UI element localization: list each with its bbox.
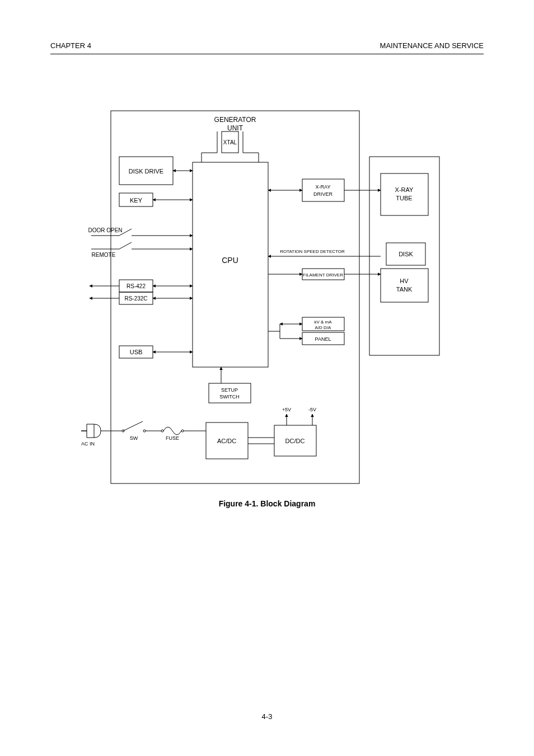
- key-label: KEY: [130, 197, 143, 204]
- panel-label: PANEL: [315, 336, 331, 342]
- filament-driver-label: FILAMENT DRIVER: [303, 273, 343, 278]
- fuse-label: FUSE: [166, 435, 179, 441]
- dc-dc-label: DC/DC: [285, 438, 305, 444]
- svg-point-33: [181, 430, 184, 432]
- hv-tank-box: [381, 269, 428, 302]
- page-number: 4-3: [262, 712, 273, 721]
- page: CHAPTER 4 MAINTENANCE AND SERVICE GENERA…: [0, 0, 534, 756]
- ac-dc-label: AC/DC: [217, 438, 236, 444]
- xray-tube-label-1: X-RAY: [395, 186, 414, 193]
- figure-caption-prefix: Figure 4-1.: [219, 499, 259, 508]
- disk-label: DISK: [399, 251, 413, 257]
- setup-switch-label-2: SWITCH: [219, 394, 240, 400]
- kv-ma-label-1: kV & mA: [314, 320, 332, 325]
- rotation-speed-label: ROTATION SPEED DETECTOR: [280, 249, 345, 254]
- hv-tank-label-2: TANK: [396, 286, 413, 293]
- chapter-title: MAINTENANCE AND SERVICE: [380, 41, 484, 50]
- xray-driver-label-1: X-RAY: [316, 184, 331, 190]
- generator-unit-title-2: UNIT: [227, 124, 243, 132]
- svg-line-12: [119, 242, 132, 249]
- rs422-label: RS-422: [127, 283, 146, 289]
- svg-line-29: [123, 421, 143, 431]
- setup-switch-box: [209, 383, 251, 403]
- door-open-label: DOOR OPEN: [88, 227, 122, 233]
- plus5v-label: +5V: [282, 407, 291, 412]
- usb-label: USB: [130, 349, 143, 355]
- setup-switch-label-1: SETUP: [221, 387, 238, 393]
- minus5v-label: -5V: [308, 407, 316, 412]
- disk-drive-label: DISK DRIVE: [129, 168, 163, 175]
- rs232c-label: RS-232C: [124, 295, 147, 302]
- xray-driver-box: [302, 179, 344, 201]
- kv-ma-label-2: A/D D/A: [315, 325, 332, 330]
- hv-tank-label-1: HV: [400, 278, 409, 284]
- sw-label: SW: [130, 435, 138, 441]
- remote-label: REMOTE: [92, 252, 116, 258]
- cpu-label: CPU: [222, 256, 238, 265]
- xray-driver-label-2: DRIVER: [313, 191, 333, 197]
- xtal-label: XTAL: [223, 139, 237, 145]
- generator-unit-title-1: GENERATOR: [214, 116, 256, 124]
- xray-tube-label-2: TUBE: [396, 195, 412, 201]
- svg-point-32: [161, 430, 163, 432]
- figure-caption-text: Block Diagram: [260, 499, 315, 508]
- chapter-label: CHAPTER 4: [50, 41, 91, 50]
- ac-in-label: AC IN: [81, 441, 95, 447]
- cpu-box: [193, 162, 268, 367]
- figure-caption: Figure 4-1. Block Diagram: [219, 499, 316, 508]
- diagram-svg: CHAPTER 4 MAINTENANCE AND SERVICE GENERA…: [0, 0, 534, 756]
- svg-point-30: [143, 430, 146, 432]
- generator-unit-box: [111, 111, 359, 483]
- header-divider: [50, 54, 484, 54]
